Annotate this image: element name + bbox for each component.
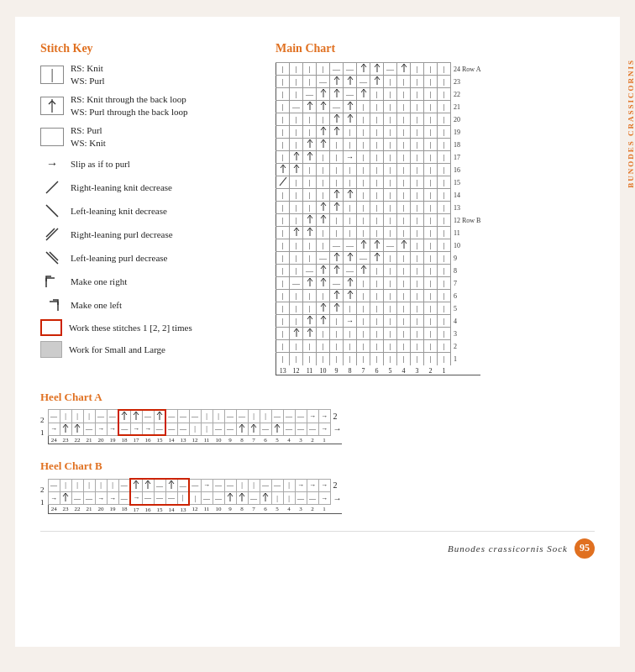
chart-cell: |: [411, 290, 424, 302]
chart-cell: [303, 277, 317, 290]
key-item-small-large: Work for Small and Large: [40, 341, 259, 358]
chart-cell: |: [397, 277, 411, 290]
chart-cell: |: [330, 328, 344, 340]
small-large-symbol: [40, 341, 62, 358]
chart-cell: [303, 315, 317, 328]
col-label: 9: [330, 365, 344, 375]
chart-cell: |: [438, 202, 451, 214]
chart-cell: —: [357, 76, 370, 88]
chart-cell: |: [344, 214, 357, 227]
chart-cell: [330, 265, 344, 277]
col-label: 4: [397, 365, 411, 375]
heel-cell: |: [248, 410, 260, 423]
chart-cell: |: [276, 340, 290, 353]
chart-cell: |: [290, 315, 303, 328]
chart-cell: [397, 63, 411, 76]
chart-cell: [344, 290, 357, 302]
chart-cell: [370, 63, 384, 76]
chart-cell: |: [370, 328, 384, 340]
chart-cell: |: [276, 189, 290, 202]
chart-cell: |: [357, 353, 370, 365]
chart-cell: |: [344, 202, 357, 214]
chart-cell: |: [411, 315, 424, 328]
chart-cell: [330, 189, 344, 202]
heel-cell: —: [260, 423, 271, 435]
chart-cell: [290, 151, 303, 164]
heel-cell: →: [130, 423, 142, 435]
heel-row-label: 1: [40, 427, 46, 439]
chart-cell: |: [384, 202, 397, 214]
right-knit-dec-symbol: [40, 178, 64, 197]
chart-cell: [317, 315, 330, 328]
chart-cell: |: [424, 265, 438, 277]
heel-cell: →: [48, 423, 60, 435]
heel-col-label: 19: [107, 435, 118, 444]
chart-cell: [357, 63, 370, 76]
row-label: 11: [451, 227, 481, 239]
row-label: 21: [451, 101, 481, 113]
heel-cell: →: [307, 410, 318, 423]
chart-cell: |: [411, 340, 424, 353]
chart-cell: |: [370, 290, 384, 302]
row-label: 4: [451, 315, 481, 328]
top-area: Stitch Key | RS: KnitWS: Purl RS: Knit t…: [40, 42, 595, 375]
chart-cell: [344, 76, 357, 88]
chart-cell: |: [438, 63, 451, 76]
row-label: 7: [451, 277, 481, 290]
chart-cell: |: [290, 202, 303, 214]
key-item-right-purl-dec: Right-leaning purl decrease: [40, 225, 259, 244]
chart-cell: |: [411, 88, 424, 101]
chart-cell: |: [438, 328, 451, 340]
chart-cell: [330, 126, 344, 139]
heel-cell: —: [165, 410, 177, 423]
chart-cell: |: [290, 265, 303, 277]
chart-cell: [290, 227, 303, 239]
heel-cell: [271, 423, 283, 435]
chart-cell: |: [397, 290, 411, 302]
chart-cell: |: [438, 189, 451, 202]
row-label: 10: [451, 239, 481, 252]
chart-cell: |: [290, 290, 303, 302]
chart-cell: |: [370, 353, 384, 365]
row-label: 15: [451, 176, 481, 189]
chart-cell: |: [424, 176, 438, 189]
chart-cell: |: [384, 340, 397, 353]
heel-cell: —: [154, 479, 165, 492]
heel-cell: —: [189, 410, 201, 423]
chart-cell: [276, 164, 290, 176]
chart-cell: [357, 265, 370, 277]
chart-cell: |: [357, 164, 370, 176]
chart-cell: |: [330, 151, 344, 164]
heel-cell: —: [295, 410, 307, 423]
chart-cell: |: [276, 151, 290, 164]
heel-chart-a-grid: 21—|||——————||——||———→→2→—→→—→→———||————…: [40, 409, 595, 445]
heel-col-label: 9: [224, 435, 236, 444]
heel-col-label: 1: [318, 505, 330, 514]
chart-cell: |: [438, 290, 451, 302]
heel-cell: [260, 492, 271, 505]
heel-col-label: 13: [177, 505, 189, 514]
heel-col-label: 3: [295, 435, 307, 444]
chart-cell: |: [357, 202, 370, 214]
chart-cell: |: [370, 227, 384, 239]
chart-cell: |: [397, 252, 411, 265]
heel-col-label: 20: [95, 505, 107, 514]
chart-cell: |: [424, 340, 438, 353]
chart-cell: |: [303, 340, 317, 353]
chart-cell: |: [276, 88, 290, 101]
chart-cell: |: [438, 151, 451, 164]
row-label: 23: [451, 76, 481, 88]
chart-cell: |: [290, 126, 303, 139]
chart-cell: [317, 88, 330, 101]
chart-cell: |: [384, 126, 397, 139]
chart-cell: |: [438, 214, 451, 227]
chart-cell: |: [424, 151, 438, 164]
heel-col-label: 22: [71, 505, 83, 514]
left-knit-dec-label: Left-leaning knit decrease: [71, 205, 167, 218]
chart-cell: |: [276, 265, 290, 277]
chart-cell: —: [303, 265, 317, 277]
col-label: 7: [357, 365, 370, 375]
heel-cell: —: [71, 492, 83, 505]
heel-cell: —: [95, 410, 107, 423]
heel-row-end-label: 2: [330, 479, 342, 492]
